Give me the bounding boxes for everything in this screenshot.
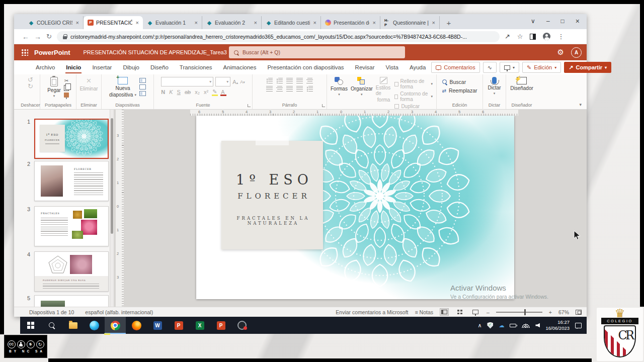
firefox-button[interactable] [126, 317, 147, 334]
powerpoint-button[interactable]: P [168, 317, 189, 334]
slide-sorter-view-button[interactable] [455, 308, 464, 316]
browser-tab-evaluacion2[interactable]: ◆ Evaluación 2 × [202, 16, 262, 29]
bullets-icon[interactable] [266, 78, 273, 83]
ribbon-tab-dibujo[interactable]: Dibujo [117, 61, 145, 73]
grow-font-button[interactable]: A▴ [232, 79, 238, 85]
defender-shield-icon[interactable] [487, 322, 493, 329]
bold-button[interactable]: N [161, 89, 165, 95]
edit-mode-button[interactable]: ✎ Edición ▾ [522, 62, 561, 73]
browser-tab-presentacion[interactable]: P PRESENTACIÓN S × [84, 16, 143, 29]
tab-close-icon[interactable]: × [75, 20, 80, 26]
align-right-icon[interactable] [286, 86, 293, 92]
back-icon[interactable]: ← [22, 33, 29, 41]
designer-button[interactable]: ⚡ Diseñador [510, 77, 533, 91]
tab-close-icon[interactable]: × [194, 20, 199, 26]
restore-button[interactable]: □ [561, 18, 565, 25]
slide-canvas[interactable]: 1º ESO FLORECER FRACTALES EN LA NATURALE… [196, 116, 514, 299]
slide-thumbnail-1[interactable]: 1º ESO FLORECER [34, 119, 109, 159]
reuse-slides-icon[interactable] [139, 78, 146, 83]
slide-thumbnail-5[interactable] [34, 295, 109, 307]
browser-profile-icon[interactable] [543, 33, 550, 40]
dictate-button[interactable]: Dictar ▾ [488, 77, 501, 96]
numbering-icon[interactable] [276, 78, 283, 83]
slide-thumbnail-3[interactable]: FRACTALES [34, 206, 109, 246]
duplicate-button[interactable]: Duplicar [394, 104, 420, 109]
taskbar-clock[interactable]: 16:27 16/06/2023 [545, 319, 570, 331]
justify-icon[interactable] [296, 86, 303, 92]
tray-chevron-icon[interactable]: ∧ [477, 322, 481, 329]
ribbon-tab-diseno[interactable]: Diseño [145, 61, 174, 73]
wifi-icon[interactable] [522, 323, 530, 328]
indent-icon[interactable] [296, 78, 303, 83]
paste-button[interactable]: Pegar ▾ [47, 77, 61, 98]
minimize-button[interactable]: – [546, 18, 550, 25]
highlight-color-button[interactable]: ✎ [212, 88, 217, 95]
ribbon-tab-inicio[interactable]: Inicio [60, 61, 87, 73]
subscript-button[interactable]: x₂ [195, 89, 200, 95]
ribbon-tab-insertar[interactable]: Insertar [87, 61, 117, 73]
ribbon-tab-archivo[interactable]: Archivo [30, 61, 60, 73]
zoom-level[interactable]: 67% [558, 309, 569, 315]
font-name-select[interactable]: ▾ [161, 77, 213, 86]
align-left-icon[interactable] [266, 86, 273, 92]
align-center-icon[interactable] [276, 86, 283, 92]
browser-tab-colegio[interactable]: ◆ COLEGIO CRISTO × [24, 16, 84, 29]
accessibility-checker-button[interactable]: ∿ [483, 62, 497, 73]
strikethrough-button[interactable]: ab [185, 89, 191, 95]
edge-button[interactable] [84, 317, 105, 334]
forward-icon[interactable]: → [34, 33, 41, 41]
zoom-in-button[interactable]: + [549, 309, 552, 315]
bookmark-star-icon[interactable]: ☆ [517, 33, 523, 40]
app-name[interactable]: PowerPoint [34, 49, 70, 56]
slideshow-button[interactable]: ▾ [500, 62, 519, 73]
font-size-select[interactable]: ▾ [215, 77, 230, 86]
font-color-button[interactable]: A [221, 89, 224, 95]
action-center-icon[interactable] [575, 323, 582, 328]
feedback-link[interactable]: Enviar comentarios a Microsoft [336, 309, 408, 315]
cut-icon[interactable]: ✂ [64, 78, 68, 83]
tab-close-icon[interactable]: × [431, 20, 436, 26]
powerpoint-2-button[interactable]: P [210, 317, 231, 334]
paragraph-dialog-launcher-icon[interactable] [322, 104, 325, 107]
zoom-slider-thumb[interactable] [524, 309, 526, 315]
file-explorer-button[interactable] [62, 317, 84, 334]
tab-search-chevron-icon[interactable]: ∨ [531, 18, 535, 25]
ribbon-tab-transiciones[interactable]: Transiciones [174, 61, 218, 73]
ribbon-tab-revisar[interactable]: Revisar [350, 61, 380, 73]
collapse-ribbon-icon[interactable]: ▾ [579, 102, 582, 107]
scrollbar-thumb[interactable] [111, 118, 113, 234]
search-input[interactable]: Buscar (Alt + Q) [229, 46, 405, 58]
start-button[interactable] [20, 317, 41, 334]
tab-close-icon[interactable]: × [372, 20, 377, 26]
slideshow-view-button[interactable] [471, 308, 480, 316]
format-painter-icon[interactable] [64, 93, 69, 98]
reload-icon[interactable]: ↻ [46, 33, 52, 40]
browser-menu-icon[interactable]: ⋮ [557, 33, 564, 40]
layout-icon[interactable] [139, 84, 146, 89]
thumbnail-scrollbar[interactable] [110, 110, 114, 307]
document-title[interactable]: PRESENTACIÓN SITUACIÓN DE APRENDIZAJE_Ta… [84, 49, 242, 56]
replace-button[interactable]: ⇄ Reemplazar [442, 87, 477, 94]
comments-button[interactable]: Comentarios [431, 62, 479, 73]
copy-icon[interactable] [64, 85, 69, 91]
ribbon-tab-animaciones[interactable]: Animaciones [218, 61, 262, 73]
screen-recorder-button[interactable] [231, 317, 253, 334]
slide-thumbnail-2[interactable]: FLORECER [34, 161, 109, 201]
ribbon-tab-ayuda[interactable]: Ayuda [404, 61, 431, 73]
font-dialog-launcher-icon[interactable] [248, 104, 251, 107]
browser-tab-cuestionario[interactable]: ◆ Editando cuestio × [262, 16, 321, 29]
tab-close-icon[interactable]: × [253, 20, 258, 26]
account-avatar[interactable]: A [571, 47, 582, 58]
shape-styles-button[interactable]: Estilos de forma [376, 77, 392, 103]
ribbon-tab-vista[interactable]: Vista [380, 61, 404, 73]
tab-close-icon[interactable]: × [312, 20, 317, 26]
line-spacing-icon[interactable] [306, 78, 313, 83]
share-button[interactable]: ↗ Compartir ▾ [564, 62, 611, 73]
reset-slide-icon[interactable] [139, 91, 146, 96]
slide-title-card[interactable]: 1º ESO FLORECER FRACTALES EN LA NATURALE… [221, 141, 323, 249]
url-field[interactable]: cristoreymadrid-my.sharepoint.com/:p:/r/… [57, 31, 500, 42]
app-launcher-icon[interactable] [21, 49, 28, 56]
browser-tab-genially[interactable]: Presentación de × [321, 16, 380, 29]
slide-thumbnail-4[interactable]: PODEMOS DIBUJAR UNA ROSA [34, 251, 109, 292]
excel-button[interactable]: X [189, 317, 210, 334]
